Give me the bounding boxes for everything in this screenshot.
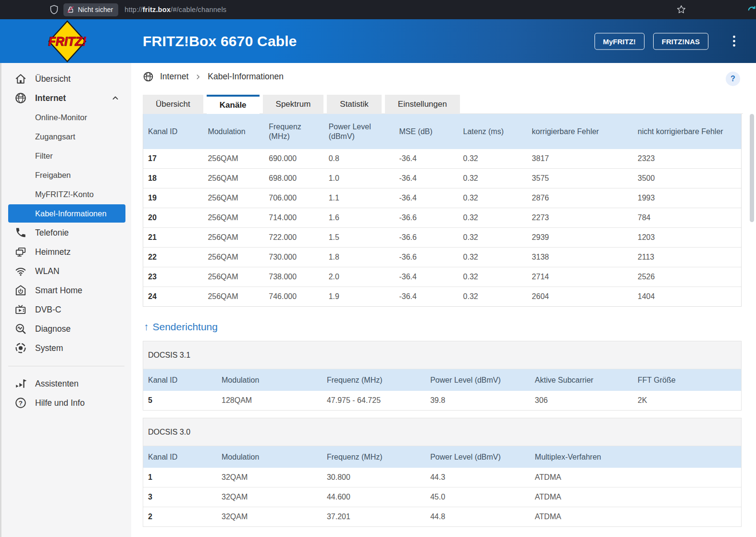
sidebar-item-wlan[interactable]: WLAN [1,262,131,281]
sidebar-item-online-monitor[interactable]: Online-Monitor [1,108,131,127]
cell: 1993 [633,188,741,208]
url-input[interactable]: http://fritz.box/#/cable/channels [124,6,226,13]
sidebar-item-myfritz-konto[interactable]: MyFRITZ!-Konto [1,185,131,204]
senderichtung-heading[interactable]: ↑ Senderichtung [144,321,218,333]
assistant-icon [14,377,27,390]
sidebar-item-label: Übersicht [35,74,71,84]
security-badge[interactable]: Nicht sicher [63,3,118,16]
cell: 2.0 [324,267,395,287]
col-power-level: Power Level (dBmV) [324,114,395,149]
sidebar-item-filter[interactable]: Filter [1,146,131,165]
sidebar-item-dvb-c[interactable]: DVB-C [1,300,131,319]
cell: 2273 [527,208,633,228]
cell: 730.000 [264,248,323,267]
tab-einstellungen[interactable]: Einstellungen [385,95,460,114]
browser-extension-icon[interactable] [746,4,756,17]
cell: -36.4 [394,287,458,307]
sidebar-item-hilfe-und-info[interactable]: ? Hilfe und Info [1,393,131,412]
sidebar-item-label: Hilfe und Info [35,398,85,408]
tab-kanaele[interactable]: Kanäle [207,95,260,114]
sidebar-item-assistenten[interactable]: Assistenten [1,374,131,393]
cell: 784 [633,208,741,228]
smart-home-icon [14,284,27,297]
cell: 37.201 [322,507,425,527]
table-row: 22 256QAM 730.000 1.8 -36.6 0.32 3138 21… [143,248,741,267]
cell: 0.32 [459,188,527,208]
cell: 738.000 [264,267,323,287]
col-frequenz: Frequenz (MHz) [322,446,425,468]
sidebar-item-label: DVB-C [35,305,61,315]
cell: 2323 [633,149,741,169]
cell: 128QAM [217,391,322,410]
cell: 2K [633,391,741,410]
docsis31-title: DOCSIS 3.1 [143,341,741,369]
sidebar-divider [8,366,124,366]
sidebar-item-system[interactable]: System [1,338,131,358]
cell: 746.000 [264,287,323,307]
logo-text: FRITZ! [48,35,86,48]
sidebar-item-telefonie[interactable]: Telefonie [1,223,131,242]
col-kanal-id: Kanal ID [143,446,217,468]
cell: 5 [143,391,217,410]
cell: 256QAM [203,248,264,267]
help-button[interactable]: ? [726,72,740,86]
downstream-channel-table: Kanal ID Modulation Frequenz (MHz) Power… [143,114,742,307]
cell: 3138 [527,248,633,267]
cell: -36.4 [394,169,458,188]
cell: 706.000 [264,188,323,208]
col-korrigierbare-fehler: korrigierbare Fehler [527,114,633,149]
sidebar-item-smart-home[interactable]: Smart Home [1,281,131,300]
table-row: 19 256QAM 706.000 1.1 -36.4 0.32 2876 19… [143,188,741,208]
scrollbar-thumb[interactable] [750,114,754,222]
sidebar-item-zugangsart[interactable]: Zugangsart [1,127,131,146]
sidebar-item-label: Assistenten [35,379,78,389]
table-row: 1 32QAM 30.800 44.3 ATDMA [143,468,741,487]
cell: 3500 [633,169,741,188]
tab-statistik[interactable]: Statistik [327,95,382,114]
bookmark-star-icon[interactable] [676,4,686,16]
cell: 1.9 [324,287,395,307]
cell: 2604 [527,287,633,307]
senderichtung-label: Senderichtung [153,321,218,333]
sidebar-item-diagnose[interactable]: Diagnose [1,319,131,338]
table-row: 2 32QAM 37.201 44.8 ATDMA [143,507,741,527]
tab-uebersicht[interactable]: Übersicht [143,95,203,114]
sidebar-item-label: Internet [35,93,66,103]
col-frequenz: Frequenz (MHz) [264,114,323,149]
breadcrumb-internet[interactable]: Internet [160,72,188,82]
kebab-menu-icon[interactable] [732,35,736,48]
sidebar-item-uebersicht[interactable]: Übersicht [1,69,131,88]
sidebar-item-freigaben[interactable]: Freigaben [1,165,131,185]
cell: 23 [143,267,203,287]
sidebar-item-kabel-informationen[interactable]: Kabel-Informationen [8,204,125,223]
cell: 21 [143,228,203,248]
sidebar-item-heimnetz[interactable]: Heimnetz [1,242,131,262]
col-latenz: Latenz (ms) [459,114,527,149]
tab-spektrum[interactable]: Spektrum [263,95,324,114]
cell: 698.000 [264,169,323,188]
network-devices-icon [14,246,27,258]
myfritz-button[interactable]: MyFRITZ! [595,33,644,50]
cell: 690.000 [264,149,323,169]
cell: 0.32 [459,267,527,287]
cell: 256QAM [203,149,264,169]
cell: 18 [143,169,203,188]
table-row: 24 256QAM 746.000 1.9 -36.4 0.32 2604 14… [143,287,741,307]
col-modulation: Modulation [217,446,322,468]
sidebar-item-internet[interactable]: Internet [1,88,131,108]
tracking-shield-icon[interactable] [49,4,59,15]
globe-icon [14,92,27,104]
table-row: 3 32QAM 44.600 45.0 ATDMA [143,487,741,507]
fritznas-button[interactable]: FRITZ!NAS [653,33,708,50]
breadcrumb-kabel-informationen[interactable]: Kabel-Informationen [208,72,284,82]
cell: 3575 [527,169,633,188]
table-row: 20 256QAM 714.000 1.6 -36.6 0.32 2273 78… [143,208,741,228]
main-content: Internet Kabel-Informationen ? Übersicht… [131,63,756,537]
table-header-row: Kanal ID Modulation Frequenz (MHz) Power… [143,446,741,468]
fritz-logo[interactable]: FRITZ! [48,20,87,64]
cell: 3 [143,487,217,507]
col-power-level: Power Level (dBmV) [425,369,530,391]
diagnose-icon [14,323,27,335]
cell: 2876 [527,188,633,208]
table-row: 5 128QAM 47.975 - 64.725 39.8 306 2K [143,391,741,410]
